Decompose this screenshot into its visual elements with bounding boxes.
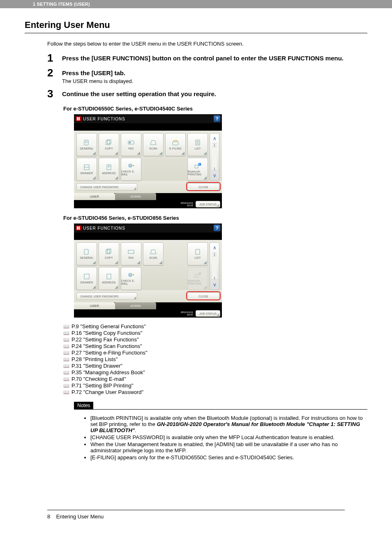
tile-address[interactable]: ADDRESS	[99, 267, 119, 290]
ref-link[interactable]: P.27 "Setting e-Filing Functions"	[71, 350, 148, 356]
ref-link[interactable]: P.22 "Setting Fax Functions"	[71, 336, 139, 343]
tab-admin[interactable]: ADMIN	[115, 193, 156, 200]
tile-bluetooth-printing[interactable]: BBluetooth PRINTING	[187, 158, 208, 181]
change-password-button[interactable]: CHANGE USER PASSWORD	[76, 292, 137, 300]
notes-block: Notes [Bluetooth PRINTING] is available …	[74, 402, 367, 461]
tile-fax[interactable]: FAX	[121, 133, 141, 156]
screenshot-a-label: For e-STUDIO6550C Series, e-STUDIO4540C …	[63, 106, 367, 112]
job-status-button[interactable]: JOB STATUS	[196, 201, 220, 207]
step-number: 2	[47, 67, 62, 78]
note-item: [E-FILING] appears only for the e-STUDIO…	[90, 454, 367, 461]
steps-list: 1 Press the [USER FUNCTIONS] button on t…	[47, 53, 367, 99]
svg-rect-8	[129, 142, 131, 143]
scroll-down-icon[interactable]: ∨	[213, 280, 217, 290]
tile-check-email[interactable]: @CHECK E-MAIL	[121, 267, 141, 290]
screenshot-a: USER FUNCTIONS ? GENERAL COPY FAX SCAN E…	[74, 114, 222, 208]
notes-label: Notes	[74, 402, 93, 409]
book-icon: 📖	[63, 370, 69, 375]
section-header-bar: 1 SETTING ITEMS (USER)	[0, 0, 392, 8]
book-icon: 📖	[63, 343, 69, 349]
tile-list[interactable]: LIST	[187, 133, 208, 156]
tile-efiling[interactable]: E-FILING	[165, 133, 186, 156]
scroll-bar[interactable]: ∧ 11 ∨	[210, 242, 219, 290]
svg-rect-0	[77, 117, 78, 120]
svg-rect-21	[195, 165, 198, 168]
svg-rect-36	[195, 274, 198, 277]
book-icon: 📖	[63, 389, 69, 395]
tile-fax[interactable]: FAX	[121, 242, 141, 265]
settings-red-icon	[76, 116, 81, 121]
tile-general[interactable]: GENERAL	[76, 242, 97, 265]
ref-link[interactable]: P.70 "Checking E-mail"	[71, 376, 126, 382]
svg-point-37	[198, 272, 201, 275]
tile-check-email[interactable]: @CHECK E-MAIL	[121, 158, 141, 181]
svg-text:@: @	[129, 274, 131, 276]
ref-link[interactable]: P.24 "Setting Scan Functions"	[71, 343, 142, 349]
tile-list[interactable]: LIST	[187, 242, 208, 265]
book-icon: 📖	[63, 337, 69, 343]
step-subtext: The USER menu is displayed.	[62, 78, 367, 84]
ref-link[interactable]: P.28 "Printing Lists"	[71, 356, 118, 362]
svg-rect-25	[78, 226, 80, 230]
job-status-button[interactable]: JOB STATUS	[196, 310, 220, 317]
svg-point-18	[108, 166, 110, 167]
note-item: When the User Management feature is enab…	[90, 441, 367, 454]
book-icon: 📖	[63, 383, 69, 389]
svg-rect-1	[78, 117, 80, 120]
intro-text: Follow the steps below to enter the USER…	[47, 41, 367, 47]
step-title: Press the [USER FUNCTIONS] button on the…	[62, 54, 367, 62]
scroll-up-icon[interactable]: ∧	[213, 134, 217, 143]
reference-links: 📖P.9 "Setting General Functions" 📖P.16 "…	[63, 323, 367, 395]
page-number: 8	[47, 514, 50, 520]
tab-user[interactable]: USER	[74, 193, 115, 200]
book-icon: 📖	[63, 350, 69, 356]
ref-link[interactable]: P.72 "Change User Password"	[71, 389, 143, 395]
ref-link[interactable]: P.9 "Setting General Functions"	[71, 323, 146, 329]
tile-drawer[interactable]: DRAWER	[76, 267, 97, 290]
tile-copy[interactable]: COPY	[99, 133, 119, 156]
svg-marker-9	[150, 140, 156, 145]
page-footer: 8 Entering User Menu	[47, 510, 345, 520]
help-icon[interactable]: ?	[214, 115, 220, 122]
window-title: USER FUNCTIONS	[83, 226, 214, 230]
step-title: Continue the user setting operation that…	[62, 90, 367, 98]
scroll-up-icon[interactable]: ∧	[213, 243, 217, 253]
svg-text:@: @	[129, 164, 131, 167]
screenshot-b-label: For e-STUDIO456 Series, e-STUDIO856 Seri…	[63, 215, 367, 221]
tile-address[interactable]: ADDRESS	[99, 158, 119, 181]
tile-drawer[interactable]: DRAWER	[76, 158, 97, 181]
scroll-bar[interactable]: ∧ 11 ∨	[210, 133, 219, 181]
tile-general[interactable]: GENERAL	[76, 133, 97, 156]
svg-rect-33	[107, 274, 111, 279]
tab-admin[interactable]: ADMIN	[115, 302, 156, 309]
close-button[interactable]: CLOSE	[187, 292, 219, 300]
note-item: [CHANGE USER PASSWORD] is available only…	[90, 434, 367, 440]
note-item: [Bluetooth PRINTING] is available only w…	[90, 415, 367, 433]
ref-link[interactable]: P.31 "Setting Drawer"	[71, 363, 122, 369]
screenshot-b: USER FUNCTIONS ? GENERAL COPY FAX SCAN L…	[74, 223, 222, 318]
page-title: Entering User Menu	[25, 20, 367, 33]
book-icon: 📖	[63, 376, 69, 382]
ref-link[interactable]: P.71 "Setting BIP Printing"	[71, 382, 133, 389]
ref-link[interactable]: P.35 "Managing Address Book"	[71, 369, 145, 375]
change-password-button[interactable]: CHANGE USER PASSWORD	[76, 183, 137, 191]
tile-scan[interactable]: SCAN	[143, 133, 164, 156]
scroll-down-icon[interactable]: ∨	[213, 170, 217, 180]
footer-title: Entering User Menu	[56, 514, 104, 520]
settings-red-icon	[76, 226, 81, 230]
svg-rect-10	[173, 142, 178, 145]
help-icon[interactable]: ?	[214, 225, 220, 231]
book-icon: 📖	[63, 357, 69, 362]
book-icon: 📖	[63, 324, 69, 329]
ref-link[interactable]: P.16 "Setting Copy Functions"	[71, 330, 142, 336]
step-number: 1	[47, 53, 62, 63]
svg-rect-31	[196, 249, 200, 254]
svg-rect-32	[84, 274, 89, 279]
tile-copy[interactable]: COPY	[99, 242, 119, 265]
tile-bluetooth-printing-disabled: Bluetooth PRINTING	[187, 267, 208, 290]
svg-marker-30	[150, 250, 156, 254]
close-button[interactable]: CLOSE	[187, 183, 219, 191]
window-title: USER FUNCTIONS	[83, 117, 214, 121]
tab-user[interactable]: USER	[74, 302, 115, 309]
tile-scan[interactable]: SCAN	[143, 242, 164, 265]
